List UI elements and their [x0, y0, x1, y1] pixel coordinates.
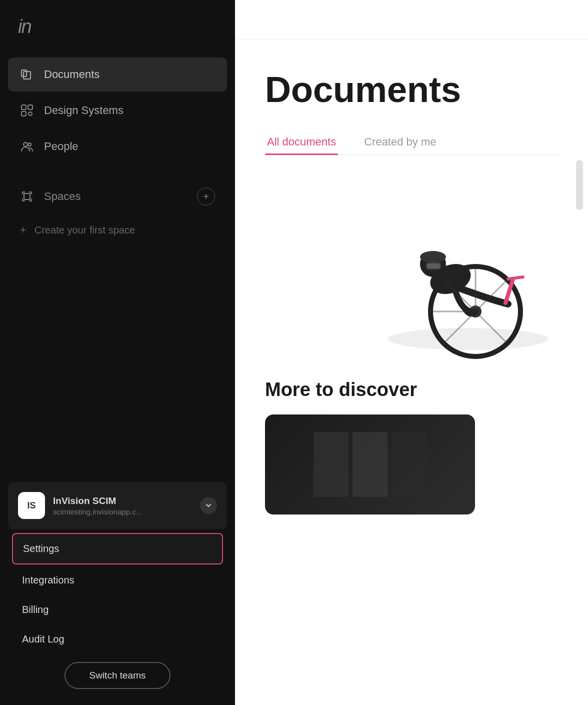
team-name: InVision SCIM: [53, 496, 192, 506]
logo-area: in: [0, 0, 235, 58]
page-title: Documents: [265, 70, 558, 110]
create-space-plus: +: [20, 224, 26, 236]
team-url: scimtesting.invisionapp.c...: [53, 508, 192, 516]
spaces-row: Spaces +: [8, 178, 227, 216]
create-space-label: Create your first space: [34, 224, 135, 236]
create-space-item[interactable]: + Create your first space: [8, 216, 227, 244]
svg-point-6: [24, 142, 28, 146]
team-row[interactable]: IS InVision SCIM scimtesting.invisionapp…: [8, 482, 227, 529]
team-info: InVision SCIM scimtesting.invisionapp.c.…: [53, 496, 192, 516]
sidebar: in Documents Design Syst: [0, 0, 235, 705]
main-body: Documents All documents Created by me: [235, 40, 588, 705]
main-header: [235, 0, 588, 40]
discover-card[interactable]: [265, 414, 475, 514]
main-content: Documents All documents Created by me: [235, 0, 588, 705]
svg-rect-2: [22, 105, 26, 110]
illustration-area: [265, 179, 558, 359]
svg-rect-22: [427, 264, 440, 268]
documents-icon: [20, 68, 34, 82]
people-icon: [20, 140, 34, 154]
scrollbar[interactable]: [576, 160, 583, 210]
tabs-row: All documents Created by me: [265, 130, 558, 155]
menu-item-settings[interactable]: Settings: [12, 533, 223, 564]
discover-section: More to discover: [265, 379, 558, 514]
menu-item-audit-log[interactable]: Audit Log: [12, 624, 223, 654]
menu-item-billing[interactable]: Billing: [12, 595, 223, 624]
spaces-label: Spaces: [44, 190, 197, 203]
app-logo: in: [18, 16, 31, 37]
svg-point-14: [420, 251, 446, 263]
sidebar-bottom: IS InVision SCIM scimtesting.invisionapp…: [0, 474, 235, 705]
empty-state-illustration: [328, 179, 558, 359]
chevron-down-button[interactable]: [200, 497, 217, 514]
sidebar-item-people[interactable]: People: [8, 130, 227, 164]
sidebar-item-label: Documents: [44, 68, 100, 81]
switch-teams-button[interactable]: Switch teams: [64, 662, 171, 689]
tab-created-by-me[interactable]: Created by me: [362, 130, 438, 154]
sidebar-item-documents[interactable]: Documents: [8, 58, 227, 92]
dropdown-menu: Settings Integrations Billing Audit Log: [8, 533, 227, 654]
svg-rect-4: [22, 112, 26, 116]
svg-point-7: [28, 143, 31, 146]
svg-point-9: [388, 328, 548, 350]
spaces-icon: [20, 190, 34, 204]
discover-title: More to discover: [265, 379, 558, 400]
nav-section: Documents Design Systems: [0, 58, 235, 474]
sidebar-item-label: Design Systems: [44, 104, 124, 117]
design-systems-icon: [20, 104, 34, 118]
team-avatar: IS: [18, 492, 45, 519]
add-space-button[interactable]: +: [197, 188, 215, 206]
svg-rect-3: [28, 105, 32, 110]
tab-all-documents[interactable]: All documents: [265, 130, 338, 154]
sidebar-item-design-systems[interactable]: Design Systems: [8, 94, 227, 128]
svg-rect-8: [24, 194, 30, 200]
menu-item-integrations[interactable]: Integrations: [12, 566, 223, 595]
sidebar-item-label: People: [44, 140, 78, 153]
switch-teams-area: Switch teams: [8, 662, 227, 697]
svg-point-5: [28, 112, 32, 116]
